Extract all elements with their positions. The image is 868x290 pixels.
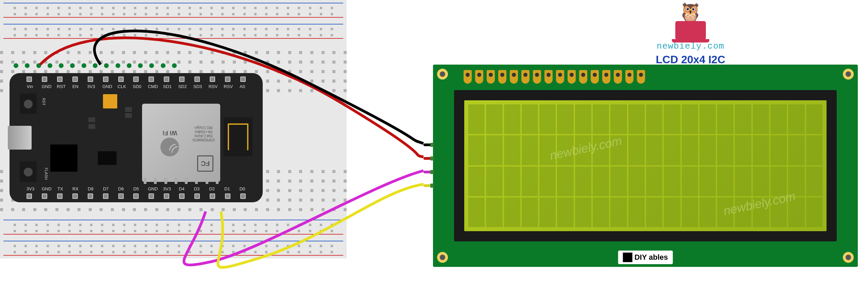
fcc-icon: FC [197,155,213,172]
pin-label-rsv: RSV [209,84,215,89]
pin-label-3v3: 3V3 [87,84,94,89]
pcb-antenna [224,117,253,156]
lcd-screen [464,100,827,231]
esp-module-pins [144,178,219,185]
mount-hole-bl [437,252,448,263]
pin-label-gnd: GND [42,84,49,89]
branding-block: 🦉 newbiely.com LCD 20x4 I2C [656,3,725,66]
micro-usb-port [8,126,32,150]
pin-label-gnd: GND [148,186,155,191]
nodemcu-pins-top [27,76,246,82]
esp-model-text: ESP8266MOD ISM 2.4GHz PA +25dBm 802.11b/… [192,125,215,142]
lcd-header-pads [464,70,645,84]
nodemcu-board: VinGNDRSTEN3V3GNDCLKSD0CMDSD1SD2SD3RSVRS… [10,73,263,202]
esp-pa: PA +25dBm [192,130,215,134]
pin-label-a0: A0 [239,84,246,89]
esp-ism: ISM 2.4GHz [192,134,215,138]
pin-label-clk: CLK [118,84,124,89]
pin-label-sd0: SD0 [133,84,139,89]
pin-label-sd3: SD3 [193,84,200,89]
lcd-20x4-module: newbiely.com newbiely.com DIY ables [433,65,858,267]
pin-label-d7: D7 [102,186,109,191]
diyables-text: DIY ables [635,253,668,262]
mount-hole-br [843,252,854,263]
pin-label-rsv: RSV [224,84,230,89]
pin-label-d6: D6 [118,186,124,191]
esp8266-shield: Wi Fi ESP8266MOD ISM 2.4GHz PA +25dBm 80… [142,104,220,182]
pin-label-3v3: 3V3 [163,186,170,191]
reset-button [20,93,37,114]
ferrule-scl [430,184,434,188]
pin-label-d8: D8 [87,186,94,191]
bb-green-top [14,63,177,68]
flash-label: FLASH [44,168,48,180]
owl-icon: 🦉 [656,3,725,24]
esp-model: ESP8266MOD [192,138,215,142]
mount-hole-tl [437,69,448,80]
tantalum-cap [103,94,117,108]
flash-button [20,161,37,182]
pin-label-rx: RX [72,186,79,191]
diyables-badge: DIY ables [618,251,673,264]
pin-label-3v3: 3V3 [27,186,33,191]
nodemcu-labels-bot: 3V3GNDTXRXD8D7D6D5GND3V3D4D3D2D1D0 [27,186,246,191]
module-title: LCD 20x4 I2C [656,53,725,66]
esp-proto: 802.11b/g/n [192,125,215,130]
mount-hole-tr [843,69,854,80]
pin-label-d3: D3 [193,186,200,191]
usb-uart-chip [50,144,77,172]
pin-label-gnd: GND [42,186,49,191]
rst-label: RST [42,98,46,105]
wifi-text: Wi Fi [163,129,177,136]
ferrule-sda [430,170,434,174]
pin-label-sd2: SD2 [178,84,185,89]
wifi-logo-icon [161,138,179,156]
pin-label-d4: D4 [178,186,185,191]
ferrule-vcc [430,156,434,160]
pin-label-cmd: CMD [148,84,155,89]
pin-label-gnd: GND [102,84,109,89]
lcd-bezel: newbiely.com newbiely.com [454,90,837,241]
diyables-icon [623,253,632,262]
pin-label-d1: D1 [224,186,230,191]
nodemcu-labels-top: VinGNDRSTEN3V3GNDCLKSD0CMDSD1SD2SD3RSVRS… [27,84,246,89]
pin-label-rst: RST [57,84,64,89]
nodemcu-pins-bot [27,193,246,199]
ferrule-gnd [430,143,434,147]
pin-label-vin: Vin [27,84,33,89]
laptop-icon [675,21,706,40]
pin-label-tx: TX [57,186,64,191]
pin-label-d0: D0 [239,186,246,191]
pin-label-sd1: SD1 [163,84,170,89]
pin-label-d5: D5 [133,186,139,191]
pin-label-en: EN [72,84,79,89]
brand-url: newbiely.com [656,41,725,51]
pin-label-d2: D2 [209,186,215,191]
